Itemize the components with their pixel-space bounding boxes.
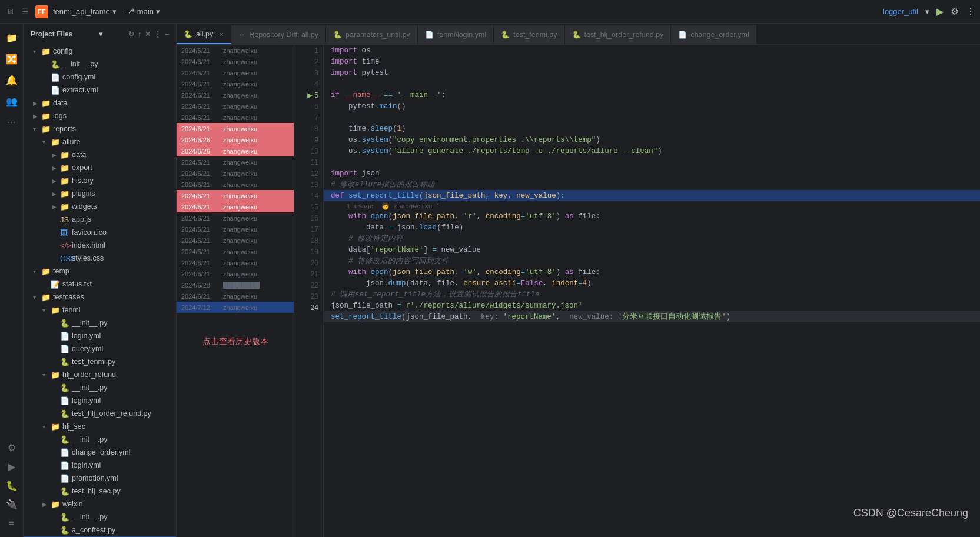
blame-1[interactable]: 2024/6/21zhangweixu [177,45,294,56]
tree-item-hlj-login[interactable]: 📄 login.yml [24,394,176,407]
tree-item-temp[interactable]: ▾ 📁 temp [24,265,176,278]
tree-item-appjs[interactable]: JS app.js [24,213,176,226]
run-button[interactable]: ▶ [936,6,944,17]
tree-item-extract-yml[interactable]: 📄 extract.yml [24,84,176,96]
blame-15[interactable]: 2024/6/21zhangweixu [177,201,294,212]
hint-text[interactable]: 点击查看历史版本 [181,325,289,359]
tree-item-hlj-init[interactable]: 🐍 __init__.py [24,381,176,394]
project-selector[interactable]: fenmi_api_frame ▾ [53,7,117,16]
blame-3[interactable]: 2024/6/21zhangweixu [177,67,294,78]
blame-24[interactable]: 2024/7/12zhangweixu [177,302,294,313]
tree-item-init-config[interactable]: 🐍 __init__.py [24,58,176,71]
tab-login-yml[interactable]: 📄 fenmi\login.yml [418,25,494,44]
tree-item-testcases[interactable]: ▾ 📁 testcases [24,291,176,303]
collapse-icon[interactable]: ↑ [138,30,141,38]
blame-21[interactable]: 2024/6/21zhangweixu [177,268,294,279]
line-num-22: 22 [294,279,323,291]
tree-item-weixin[interactable]: ▶ 📁 weixin [24,498,176,511]
tree-item-widgets[interactable]: ▶ 📁 widgets [24,200,176,213]
more-sidebar-icon[interactable]: ⋮ [154,30,161,38]
tree-item-favicon[interactable]: 🖼 favicon.ico [24,226,176,239]
hamburger-icon[interactable]: ☰ [20,6,31,17]
blame-4[interactable]: 2024/6/21zhangweixu [177,78,294,89]
blame-22[interactable]: 2024/6/28████████ [177,279,294,291]
tree-item-export[interactable]: ▶ 📁 export [24,161,176,174]
blame-6[interactable]: 2024/6/21zhangweixu [177,101,294,112]
blame-23[interactable]: 2024/6/21zhangweixu [177,291,294,302]
tree-item-test-fenmi[interactable]: 🐍 test_fenmi.py [24,355,176,368]
tree-item-fenmi-init[interactable]: 🐍 __init__.py [24,316,176,329]
refresh-icon[interactable]: ↻ [128,30,134,38]
tree-item-change-order[interactable]: 📄 change_order.yml [24,446,176,459]
tree-item-logs[interactable]: ▶ 📁 logs [24,109,176,122]
tree-item-plugins[interactable]: ▶ 📁 plugins [24,187,176,200]
settings-icon[interactable]: ⚙ [2,438,21,457]
tree-item-hlj-sec-init[interactable]: 🐍 __init__.py [24,433,176,446]
blame-14[interactable]: 2024/6/21zhangweixu [177,190,294,201]
blame-13[interactable]: 2024/6/21zhangweixu [177,179,294,190]
blame-17[interactable]: 2024/6/21zhangweixu [177,224,294,235]
editor-area: 🐍 all.py ✕ ↔ Repository Diff: all.py 🐍 p… [177,24,980,537]
tree-item-weixin-init[interactable]: 🐍 __init__.py [24,511,176,523]
tree-item-hlj-order-refund[interactable]: ▾ 📁 hlj_order_refund [24,368,176,381]
plugins-icon[interactable]: 🔌 [2,495,21,513]
tree-item-test-hlj-sec[interactable]: 🐍 test_hlj_sec.py [24,485,176,498]
tree-item-indexhtml[interactable]: </> index.html [24,239,176,252]
tab-change-order[interactable]: 📄 change_order.yml [671,25,756,44]
file-explorer-icon[interactable]: 📁 [2,28,21,47]
pc-icon[interactable]: 🖥 [5,6,15,17]
blame-11[interactable]: 2024/6/21zhangweixu [177,156,294,168]
blame-2[interactable]: 2024/6/21zhangweixu [177,56,294,67]
layers-icon[interactable]: ≡ [2,513,21,532]
tree-item-allure-data[interactable]: ▶ 📁 data [24,148,176,161]
tree-item-styles[interactable]: CSS styles.css [24,252,176,265]
tree-item-login-yml[interactable]: 📄 login.yml [24,329,176,342]
tab-close-all-py[interactable]: ✕ [219,31,224,38]
run-icon[interactable]: ▶ [2,457,21,476]
blame-8[interactable]: 2024/6/21zhangweixu [177,123,294,134]
tree-item-reports[interactable]: ▾ 📁 reports [24,122,176,135]
close-sidebar-icon[interactable]: ✕ [145,30,151,38]
tree-item-query-yml[interactable]: 📄 query.yml [24,342,176,355]
blame-5[interactable]: 2024/6/21zhangweixu [177,89,294,101]
line-num-11: 11 [294,156,323,168]
tree-item-data[interactable]: ▶ 📁 data [24,96,176,109]
minimize-icon[interactable]: – [165,30,169,38]
tab-params[interactable]: 🐍 parameters_until.py [326,25,418,44]
tab-repo-diff[interactable]: ↔ Repository Diff: all.py [231,25,326,44]
people-icon[interactable]: 👥 [2,92,21,111]
line-num-16: 16 [294,212,323,224]
more-tools-icon[interactable]: ··· [2,113,21,132]
blame-12[interactable]: 2024/6/21zhangweixu [177,168,294,179]
line-num-15: 15 [294,201,323,212]
blame-16[interactable]: 2024/6/21zhangweixu [177,212,294,224]
tree-item-a-conftest[interactable]: 🐍 a_conftest.py [24,523,176,536]
notifications-icon[interactable]: 🔔 [2,71,21,89]
tree-item-statustxt[interactable]: 📝 status.txt [24,278,176,291]
debug-icon[interactable]: 🐛 [2,476,21,495]
tree-item-hlj-sec-login[interactable]: 📄 login.yml [24,459,176,472]
blame-10[interactable]: 2024/6/26zhangweixu [177,145,294,156]
code-editor[interactable]: import os import time import pytest if _… [324,45,980,537]
tab-all-py[interactable]: 🐍 all.py ✕ [177,25,231,44]
settings-icon[interactable]: ⚙ [951,6,959,17]
vcs-icon[interactable]: 🔀 [2,49,21,68]
tree-item-config-yml[interactable]: 📄 config.yml [24,71,176,84]
blame-18[interactable]: 2024/6/21zhangweixu [177,235,294,246]
tree-item-promotion[interactable]: 📄 promotion.yml [24,472,176,485]
tab-test-hlj-order[interactable]: 🐍 test_hlj_order_refund.py [565,25,672,44]
tree-item-fenmi[interactable]: ▾ 📁 fenmi [24,303,176,316]
blame-19[interactable]: 2024/6/21zhangweixu [177,246,294,257]
tab-test-fenmi[interactable]: 🐍 test_fenmi.py [494,25,564,44]
logger-util-label[interactable]: logger_util [883,7,918,16]
tree-item-test-hlj-order[interactable]: 🐍 test_hlj_order_refund.py [24,407,176,420]
more-icon[interactable]: ⋮ [966,6,975,17]
tree-item-config[interactable]: ▾ 📁 config [24,45,176,58]
blame-7[interactable]: 2024/6/21zhangweixu [177,112,294,123]
blame-9[interactable]: 2024/6/26zhangweixu [177,134,294,145]
tree-item-allure[interactable]: ▾ 📁 allure [24,135,176,148]
blame-20[interactable]: 2024/6/21zhangweixu [177,257,294,268]
tree-item-history[interactable]: ▶ 📁 history [24,174,176,187]
branch-selector[interactable]: ⎇ main ▾ [126,7,160,16]
tree-item-hlj-sec[interactable]: ▾ 📁 hlj_sec [24,420,176,433]
